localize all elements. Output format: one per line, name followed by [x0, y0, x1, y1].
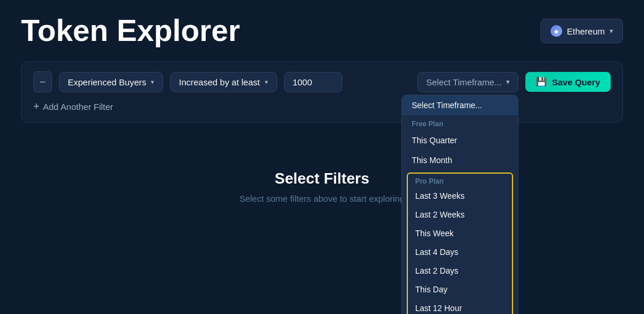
timeframe-option-last-2-weeks[interactable]: Last 2 Weeks — [408, 205, 512, 224]
timeframe-option-this-day[interactable]: This Day — [408, 280, 512, 299]
timeframe-option-last-4-days[interactable]: Last 4 Days — [408, 243, 512, 261]
timeframe-option-this-month[interactable]: This Month — [402, 150, 518, 170]
save-query-button[interactable]: 💾 Save Query — [525, 72, 611, 92]
minus-icon: − — [40, 76, 46, 88]
ethereum-icon: ◆ — [550, 25, 562, 37]
increase-label: Increased by at least — [179, 77, 259, 87]
network-label: Ethereum — [567, 26, 605, 36]
timeframe-option-this-week[interactable]: This Week — [408, 224, 512, 243]
buyer-type-label: Experienced Buyers — [68, 77, 146, 87]
plus-icon: + — [33, 101, 40, 113]
save-query-label: Save Query — [552, 77, 600, 87]
timeframe-group-pro: Pro Plan — [408, 174, 512, 187]
timeframe-menu: Select Timeframe... Free Plan This Quart… — [401, 95, 518, 314]
timeframe-dropdown-button[interactable]: Select Timeframe... ▾ — [417, 72, 518, 92]
network-selector-button[interactable]: ◆ Ethereum ▾ — [541, 19, 623, 43]
filter-panel: − Experienced Buyers ▾ Increased by at l… — [21, 61, 623, 123]
timeframe-option-last-12-hour[interactable]: Last 12 Hour — [408, 299, 512, 314]
add-filter-row: + Add Another Filter — [33, 101, 611, 113]
increase-type-dropdown[interactable]: Increased by at least ▾ — [170, 72, 276, 92]
buyer-type-dropdown[interactable]: Experienced Buyers ▾ — [59, 72, 163, 92]
chevron-down-icon: ▾ — [610, 27, 613, 35]
add-filter-button[interactable]: + Add Another Filter — [33, 101, 113, 113]
amount-input[interactable] — [284, 72, 342, 92]
timeframe-option-select[interactable]: Select Timeframe... — [402, 95, 518, 115]
timeframe-option-last-3-weeks[interactable]: Last 3 Weeks — [408, 187, 512, 205]
timeframe-option-last-2-days[interactable]: Last 2 Days — [408, 261, 512, 280]
add-filter-label: Add Another Filter — [43, 102, 113, 112]
main-content: Select Filters Select some filters above… — [21, 134, 623, 203]
timeframe-option-this-quarter[interactable]: This Quarter — [402, 130, 518, 150]
chevron-down-icon: ▾ — [151, 78, 154, 86]
select-filters-title: Select Filters — [275, 170, 369, 188]
timeframe-group-free: Free Plan — [402, 115, 518, 130]
remove-filter-button[interactable]: − — [33, 71, 52, 92]
timeframe-pro-section: Pro Plan Last 3 Weeks Last 2 Weeks This … — [407, 172, 513, 314]
chevron-down-icon: ▾ — [265, 78, 268, 86]
chevron-down-icon: ▾ — [506, 78, 510, 86]
page-title: Token Explorer — [21, 14, 240, 47]
timeframe-selected-label: Select Timeframe... — [426, 77, 501, 87]
filter-row: − Experienced Buyers ▾ Increased by at l… — [33, 71, 611, 92]
timeframe-dropdown-wrapper: Select Timeframe... ▾ Select Timeframe..… — [417, 72, 518, 92]
save-icon: 💾 — [536, 77, 547, 87]
select-filters-subtitle: Select some filters above to start explo… — [240, 194, 405, 203]
